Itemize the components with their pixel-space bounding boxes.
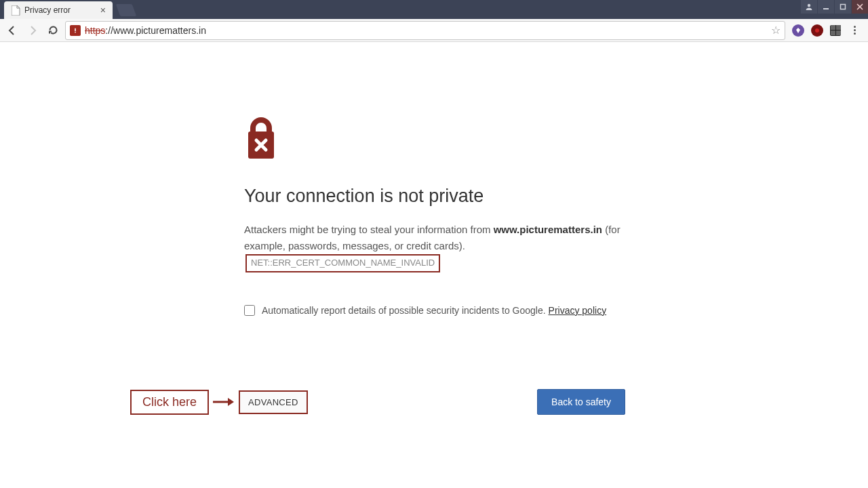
annotation-arrow-icon bbox=[213, 396, 235, 407]
report-label: Automatically report details of possible… bbox=[262, 305, 606, 316]
tab-close-icon[interactable]: × bbox=[100, 5, 106, 15]
report-checkbox[interactable] bbox=[244, 305, 255, 316]
svg-point-4 bbox=[815, 28, 819, 33]
warning-lock-icon bbox=[244, 117, 624, 163]
extension-icon-1[interactable] bbox=[792, 24, 804, 37]
window-minimize-button[interactable] bbox=[818, 0, 834, 14]
browser-toolbar: https://www.picturematters.in ☆ bbox=[0, 19, 868, 42]
back-to-safety-button[interactable]: Back to safety bbox=[537, 389, 625, 415]
nav-reload-button[interactable] bbox=[45, 22, 61, 39]
address-bar[interactable]: https://www.picturematters.in ☆ bbox=[65, 21, 785, 40]
extension-icon-3[interactable] bbox=[830, 25, 841, 36]
ssl-error-interstitial: Your connection is not private Attackers… bbox=[244, 117, 624, 316]
svg-rect-1 bbox=[823, 8, 829, 9]
svg-rect-2 bbox=[841, 5, 846, 9]
nav-forward-button bbox=[24, 22, 41, 39]
error-domain: www.picturematters.in bbox=[494, 224, 602, 235]
page-icon bbox=[11, 5, 20, 15]
tab-title: Privacy error bbox=[24, 5, 71, 15]
report-label-text: Automatically report details of possible… bbox=[262, 305, 549, 316]
url-scheme: https bbox=[85, 25, 105, 36]
privacy-policy-link[interactable]: Privacy policy bbox=[549, 305, 607, 316]
button-row: Click here ADVANCED Back to safety bbox=[130, 389, 625, 415]
annotation-callout: Click here bbox=[130, 390, 209, 415]
error-text-prefix: Attackers might be trying to steal your … bbox=[244, 224, 494, 235]
page-content: Your connection is not private Attackers… bbox=[0, 42, 868, 488]
browser-window: Privacy error × bbox=[0, 0, 868, 488]
tab-strip: Privacy error × bbox=[0, 0, 868, 19]
extension-icon-2[interactable] bbox=[811, 24, 823, 37]
nav-back-button[interactable] bbox=[4, 22, 20, 39]
advanced-button[interactable]: ADVANCED bbox=[239, 390, 308, 414]
error-heading: Your connection is not private bbox=[244, 186, 624, 207]
browser-menu-button[interactable] bbox=[848, 26, 861, 35]
window-close-button[interactable] bbox=[852, 0, 868, 14]
url-text: https://www.picturematters.in bbox=[85, 25, 206, 36]
url-host: ://www.picturematters.in bbox=[105, 25, 206, 36]
report-row: Automatically report details of possible… bbox=[244, 305, 624, 316]
window-controls bbox=[800, 0, 868, 14]
error-code: NET::ERR_CERT_COMMON_NAME_INVALID bbox=[245, 254, 440, 272]
browser-tab[interactable]: Privacy error × bbox=[4, 1, 113, 19]
incognito-user-icon[interactable] bbox=[801, 0, 817, 14]
new-tab-button[interactable] bbox=[116, 4, 137, 16]
svg-point-0 bbox=[808, 4, 810, 7]
not-secure-icon bbox=[70, 25, 81, 36]
window-maximize-button[interactable] bbox=[835, 0, 851, 14]
error-description: Attackers might be trying to steal your … bbox=[244, 222, 624, 272]
bookmark-star-icon[interactable]: ☆ bbox=[771, 24, 781, 37]
extension-icons bbox=[789, 24, 864, 37]
